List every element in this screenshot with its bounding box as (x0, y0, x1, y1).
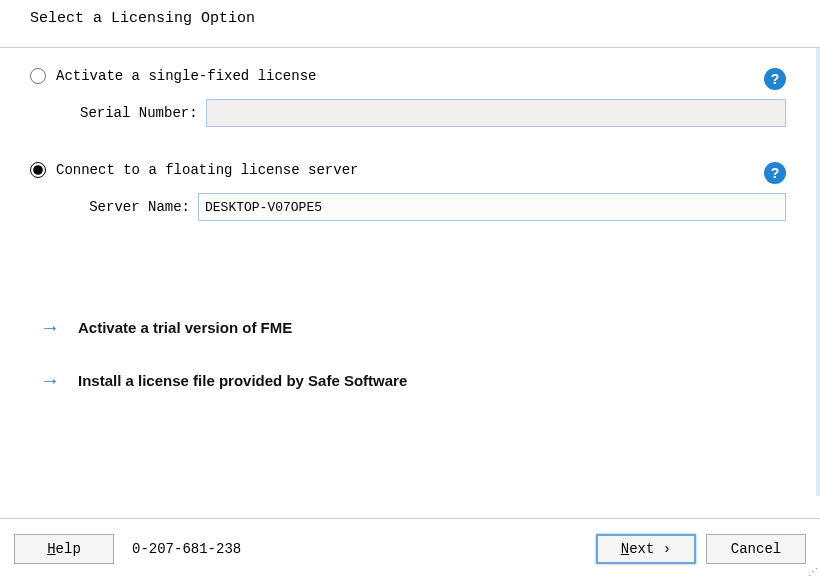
help-button[interactable]: Help (14, 534, 114, 564)
arrow-right-icon: → (40, 316, 60, 339)
radio-single-fixed-label[interactable]: Activate a single-fixed license (56, 68, 316, 84)
link-install-file-label: Install a license file provided by Safe … (78, 372, 407, 389)
radio-single-fixed[interactable] (30, 68, 46, 84)
server-name-label: Server Name: (80, 199, 190, 215)
link-trial-label: Activate a trial version of FME (78, 319, 292, 336)
next-button[interactable]: Next › (596, 534, 696, 564)
server-name-input[interactable] (198, 193, 786, 221)
option-floating: Connect to a floating license server ? S… (30, 162, 786, 221)
help-icon[interactable]: ? (764, 162, 786, 184)
main-panel: Activate a single-fixed license ? Serial… (0, 48, 820, 496)
header: Select a Licensing Option (0, 0, 820, 48)
link-trial[interactable]: → Activate a trial version of FME (40, 316, 786, 339)
page-title: Select a Licensing Option (30, 10, 790, 27)
serial-number-input[interactable] (206, 99, 786, 127)
footer: Help 0-207-681-238 Next › Cancel (0, 518, 820, 578)
radio-floating[interactable] (30, 162, 46, 178)
cancel-button[interactable]: Cancel (706, 534, 806, 564)
chevron-right-icon: › (663, 541, 671, 557)
resize-grip-icon[interactable]: ⋰ (808, 566, 818, 576)
arrow-right-icon: → (40, 369, 60, 392)
help-icon[interactable]: ? (764, 68, 786, 90)
radio-floating-label[interactable]: Connect to a floating license server (56, 162, 358, 178)
serial-number-label: Serial Number: (80, 105, 198, 121)
link-install-file[interactable]: → Install a license file provided by Saf… (40, 369, 786, 392)
option-single-fixed: Activate a single-fixed license ? Serial… (30, 68, 786, 127)
license-code: 0-207-681-238 (132, 541, 241, 557)
